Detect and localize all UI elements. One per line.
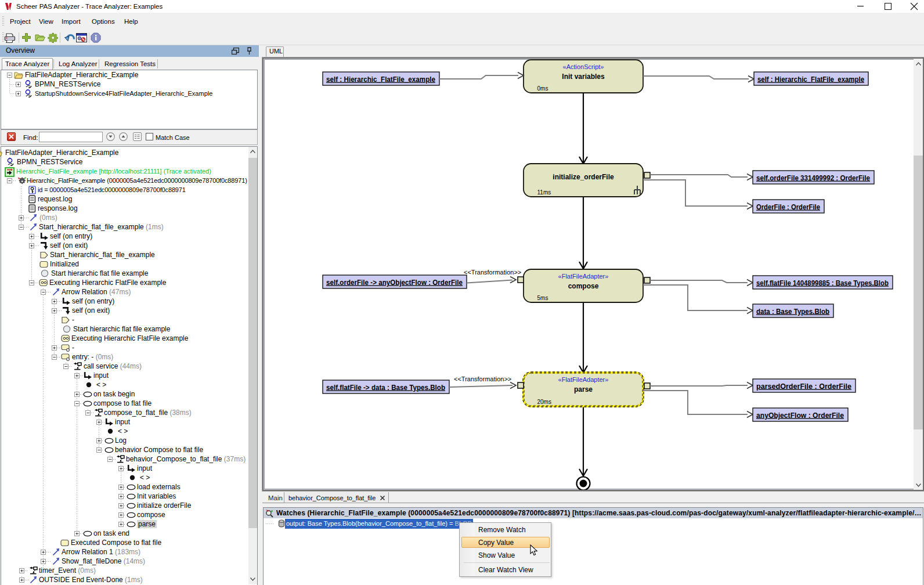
svg-text:<<Transformation>>: <<Transformation>> [454,375,511,382]
svg-text:Init variables: Init variables [562,73,605,81]
svg-text:parsedOrderFile : OrderFile: parsedOrderFile : OrderFile [756,382,851,391]
svg-text:«ActionScript»: «ActionScript» [563,63,604,70]
svg-text:5ms: 5ms [537,295,548,301]
svg-text:initialize_orderFile: initialize_orderFile [553,173,614,181]
svg-text:self : Hierarchic_FlatFile_exa: self : Hierarchic_FlatFile_example [326,75,435,84]
svg-text:data : Base Types.Blob: data : Base Types.Blob [756,308,829,316]
svg-text:self.orderFile 331499992 : Ord: self.orderFile 331499992 : OrderFile [756,174,870,182]
svg-text:parse: parse [574,385,593,393]
svg-text:<<Transformation>>: <<Transformation>> [464,269,521,276]
svg-text:0ms: 0ms [537,85,548,92]
svg-text:«FlatFileAdapter»: «FlatFileAdapter» [558,273,609,280]
svg-text:compose: compose [568,282,599,290]
svg-text:self.flatFile 1404899885 : Bas: self.flatFile 1404899885 : Base Types.Bl… [756,279,889,287]
svg-text:20ms: 20ms [537,399,551,405]
svg-text:self.flatFile -> data : Base T: self.flatFile -> data : Base Types.Blob [326,384,445,392]
svg-text:self.orderFile -> anyObjectFlo: self.orderFile -> anyObjectFlow : OrderF… [326,279,463,287]
svg-text:OrderFile : OrderFile: OrderFile : OrderFile [756,203,820,211]
svg-text:11ms: 11ms [537,189,551,196]
svg-text:self : Hierarchic_FlatFile_exa: self : Hierarchic_FlatFile_example [757,75,864,84]
svg-text:«FlatFileAdapter»: «FlatFileAdapter» [558,376,609,383]
svg-text:anyObjectFlow : OrderFile: anyObjectFlow : OrderFile [756,411,844,420]
